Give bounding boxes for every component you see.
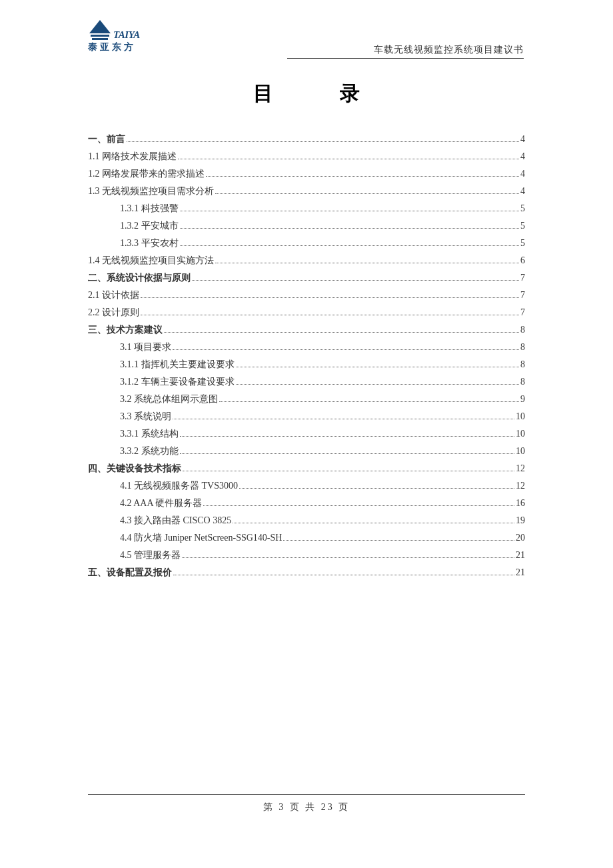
toc-entry-label: 五、设备配置及报价 bbox=[88, 565, 172, 579]
toc-entry[interactable]: 3.1 项目要求8 bbox=[88, 340, 525, 354]
toc-entry[interactable]: 1.3.2 平安城市5 bbox=[88, 219, 525, 233]
toc-entry-page: 7 bbox=[520, 288, 525, 302]
toc-entry[interactable]: 3.3.1 系统结构10 bbox=[88, 427, 525, 441]
toc-entry[interactable]: 3.2 系统总体组网示意图9 bbox=[88, 392, 525, 406]
toc-entry-page: 21 bbox=[516, 548, 525, 562]
toc-entry[interactable]: 一、前言4 bbox=[88, 132, 525, 146]
toc-leader-dots bbox=[183, 471, 514, 471]
toc-entry-label: 1.2 网络发展带来的需求描述 bbox=[88, 167, 205, 181]
toc-entry[interactable]: 3.1.1 指挥机关主要建设要求8 bbox=[88, 357, 525, 371]
toc-leader-dots bbox=[182, 557, 514, 558]
toc-entry-page: 7 bbox=[520, 305, 525, 319]
toc-leader-dots bbox=[164, 332, 519, 333]
toc-entry-page: 8 bbox=[520, 375, 525, 389]
toc-leader-dots bbox=[180, 228, 520, 229]
toc-entry[interactable]: 1.2 网络发展带来的需求描述4 bbox=[88, 167, 525, 181]
toc-entry-page: 20 bbox=[516, 531, 525, 545]
toc-entry-page: 12 bbox=[516, 479, 525, 493]
table-of-contents: 一、前言41.1 网络技术发展描述41.2 网络发展带来的需求描述41.3 无线… bbox=[88, 132, 525, 583]
toc-leader-dots bbox=[180, 436, 515, 437]
toc-leader-dots bbox=[178, 159, 519, 159]
toc-entry-page: 8 bbox=[520, 357, 525, 371]
toc-entry-page: 5 bbox=[520, 219, 525, 233]
toc-leader-dots bbox=[173, 575, 514, 575]
toc-entry[interactable]: 4.4 防火墙 Juniper NetScreen-SSG140-SH20 bbox=[88, 531, 525, 545]
toc-leader-dots bbox=[215, 193, 519, 194]
toc-leader-dots bbox=[219, 401, 519, 402]
toc-entry-label: 1.3.3 平安农村 bbox=[120, 236, 179, 250]
toc-entry-label: 1.1 网络技术发展描述 bbox=[88, 149, 177, 163]
toc-entry-label: 1.4 无线视频监控项目实施方法 bbox=[88, 253, 214, 267]
toc-entry[interactable]: 1.3 无线视频监控项目需求分析4 bbox=[88, 184, 525, 198]
toc-entry-page: 5 bbox=[520, 201, 525, 215]
toc-entry-page: 4 bbox=[520, 149, 525, 163]
toc-entry-page: 4 bbox=[520, 167, 525, 181]
toc-entry-page: 16 bbox=[516, 496, 525, 510]
toc-entry-page: 10 bbox=[516, 444, 525, 458]
toc-entry-label: 3.3 系统说明 bbox=[120, 409, 171, 423]
toc-entry-page: 21 bbox=[516, 565, 525, 579]
toc-entry[interactable]: 4.2 AAA 硬件服务器16 bbox=[88, 496, 525, 510]
toc-entry-label: 三、技术方案建议 bbox=[88, 323, 163, 337]
toc-entry-label: 3.2 系统总体组网示意图 bbox=[120, 392, 218, 406]
toc-entry[interactable]: 五、设备配置及报价21 bbox=[88, 565, 525, 579]
toc-leader-dots bbox=[239, 488, 514, 489]
toc-entry[interactable]: 三、技术方案建议8 bbox=[88, 323, 525, 337]
toc-entry[interactable]: 1.3.1 科技强警5 bbox=[88, 201, 525, 215]
toc-entry[interactable]: 二、系统设计依据与原则7 bbox=[88, 271, 525, 285]
toc-leader-dots bbox=[141, 315, 519, 315]
toc-entry-label: 3.3.1 系统结构 bbox=[120, 427, 179, 441]
page-number: 第 3 页 共 23 页 bbox=[0, 801, 613, 813]
toc-entry-label: 3.1.1 指挥机关主要建设要求 bbox=[120, 357, 235, 371]
toc-leader-dots bbox=[215, 263, 519, 263]
logo-triangle-icon bbox=[88, 19, 112, 43]
toc-entry-page: 4 bbox=[520, 184, 525, 198]
toc-leader-dots bbox=[233, 523, 514, 523]
toc-entry-label: 3.3.2 系统功能 bbox=[120, 444, 179, 458]
toc-entry[interactable]: 1.3.3 平安农村5 bbox=[88, 236, 525, 250]
toc-leader-dots bbox=[236, 384, 520, 385]
toc-entry[interactable]: 3.3 系统说明10 bbox=[88, 409, 525, 423]
toc-entry[interactable]: 3.3.2 系统功能10 bbox=[88, 444, 525, 458]
toc-leader-dots bbox=[141, 297, 519, 298]
toc-entry-page: 8 bbox=[520, 340, 525, 354]
toc-leader-dots bbox=[192, 280, 519, 281]
toc-leader-dots bbox=[206, 176, 519, 177]
toc-leader-dots bbox=[236, 367, 520, 367]
toc-entry-label: 1.3 无线视频监控项目需求分析 bbox=[88, 184, 214, 198]
toc-leader-dots bbox=[180, 245, 520, 246]
toc-leader-dots bbox=[283, 540, 514, 541]
company-logo: TAIYA 泰亚东方 bbox=[88, 19, 155, 51]
toc-entry[interactable]: 3.1.2 车辆主要设备建设要求8 bbox=[88, 375, 525, 389]
toc-entry-page: 19 bbox=[516, 513, 525, 527]
title-char-1: 目 bbox=[253, 82, 273, 104]
toc-entry-label: 二、系统设计依据与原则 bbox=[88, 271, 191, 285]
toc-entry-page: 5 bbox=[520, 236, 525, 250]
toc-entry[interactable]: 1.1 网络技术发展描述4 bbox=[88, 149, 525, 163]
toc-entry-label: 3.1 项目要求 bbox=[120, 340, 171, 354]
toc-entry-page: 7 bbox=[520, 271, 525, 285]
toc-entry-label: 4.5 管理服务器 bbox=[120, 548, 181, 562]
toc-leader-dots bbox=[203, 505, 514, 506]
page-title: 目录 bbox=[0, 80, 613, 107]
toc-entry[interactable]: 2.2 设计原则7 bbox=[88, 305, 525, 319]
toc-leader-dots bbox=[173, 419, 514, 419]
document-subtitle: 车载无线视频监控系统项目建议书 bbox=[287, 44, 524, 59]
toc-entry-page: 6 bbox=[520, 253, 525, 267]
toc-entry[interactable]: 4.5 管理服务器21 bbox=[88, 548, 525, 562]
svg-rect-0 bbox=[91, 35, 109, 37]
footer-divider bbox=[88, 794, 525, 795]
toc-entry-page: 4 bbox=[520, 132, 525, 146]
toc-leader-dots bbox=[127, 141, 519, 142]
toc-entry[interactable]: 四、关键设备技术指标12 bbox=[88, 461, 525, 475]
toc-entry[interactable]: 4.1 无线视频服务器 TVS300012 bbox=[88, 479, 525, 493]
toc-entry[interactable]: 4.3 接入路由器 CISCO 382519 bbox=[88, 513, 525, 527]
toc-entry-page: 8 bbox=[520, 323, 525, 337]
toc-entry-label: 4.4 防火墙 Juniper NetScreen-SSG140-SH bbox=[120, 531, 282, 545]
toc-entry-label: 4.3 接入路由器 CISCO 3825 bbox=[120, 513, 231, 527]
toc-entry[interactable]: 2.1 设计依据7 bbox=[88, 288, 525, 302]
toc-leader-dots bbox=[180, 211, 520, 211]
toc-entry-label: 4.2 AAA 硬件服务器 bbox=[120, 496, 202, 510]
title-char-2: 录 bbox=[340, 82, 360, 104]
toc-entry[interactable]: 1.4 无线视频监控项目实施方法6 bbox=[88, 253, 525, 267]
